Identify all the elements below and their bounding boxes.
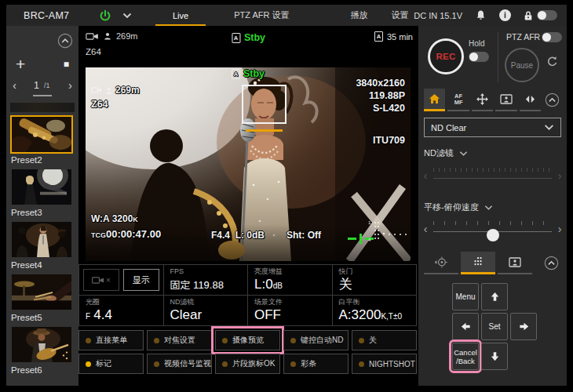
osd-off-button[interactable]: ×: [83, 269, 119, 291]
tab-iris-adjust[interactable]: [520, 89, 541, 111]
app-window: BRC-AM7 Live PTZ AFR 设置 播放 设置 DC IN 15.1…: [6, 5, 567, 386]
refresh-icon[interactable]: [546, 56, 558, 67]
button-camera-preview[interactable]: 摄像预览: [215, 330, 280, 350]
power-icon[interactable]: [99, 9, 111, 22]
led-indicator: [222, 361, 228, 367]
tab-pan-tilt[interactable]: [472, 89, 493, 111]
control-tabbar-bottom: [418, 252, 567, 274]
preset6-thumbnail[interactable]: [10, 325, 73, 364]
info-cell-fps[interactable]: FPS 固定 119.88: [164, 265, 248, 295]
button-nightshot[interactable]: NIGHTSHOT: [352, 354, 417, 374]
right-arrow-icon: [518, 321, 530, 332]
button-video-signal-monitor[interactable]: 视频信号监视: [147, 354, 212, 374]
button-direct-menu[interactable]: 直接菜单: [78, 330, 144, 350]
pause-button[interactable]: Pause: [505, 48, 539, 82]
tab-playback[interactable]: 播放: [350, 9, 367, 21]
menu-dpad: Menu Set Cancel/Back: [452, 283, 567, 370]
button-clip-flag-ok[interactable]: 片段旗标OK: [215, 354, 280, 374]
preset-thumbnail-partial[interactable]: [10, 103, 75, 112]
slider-left-arrow[interactable]: ‹: [420, 223, 431, 234]
osd-resolution: 3840x2160: [356, 77, 405, 89]
preset5-label: Preset5: [11, 313, 78, 322]
main-area: 269m Z64 A Stby A 35 min: [78, 26, 418, 386]
video-monitor[interactable]: A Stby 269m Z64 3840x2160 119.88P S-: [86, 67, 411, 261]
slider-right-arrow[interactable]: ›: [554, 223, 565, 234]
sidebar-collapse-icon[interactable]: [57, 33, 73, 49]
power-input-status: DC IN 15.1V: [414, 11, 462, 20]
tab-menu-keypad[interactable]: [461, 252, 495, 274]
add-preset-button[interactable]: +: [16, 57, 25, 71]
stop-preset-button[interactable]: ■: [64, 59, 69, 70]
button-off[interactable]: 关: [352, 330, 417, 350]
record-controls: REC Hold PTZ AFR Pause: [418, 26, 567, 89]
pan-tilt-speed-slider[interactable]: ‹ ›: [420, 220, 565, 238]
rec-hold-toggle[interactable]: [469, 52, 489, 62]
bell-icon[interactable]: [475, 9, 487, 21]
info-cell-iris[interactable]: 光圈 F 4.4: [79, 296, 163, 325]
slider-thumb[interactable]: [487, 229, 499, 241]
preset4-thumbnail-image: [12, 222, 71, 257]
ptz-afr-label: PTZ AFR: [506, 32, 540, 42]
button-marker[interactable]: 标记: [78, 354, 144, 374]
pan-tilt-icon: [476, 93, 488, 105]
info-cell-shutter[interactable]: 快门 关: [333, 265, 417, 295]
tracking-person-icon: [500, 94, 513, 104]
tab-af-mf[interactable]: AFMF: [447, 89, 469, 111]
led-indicator: [359, 338, 364, 343]
set-button[interactable]: Set: [481, 313, 508, 340]
preset5-thumbnail[interactable]: [10, 273, 73, 311]
osd-record-state: A Stby: [232, 68, 265, 79]
osd-format-stack: 3840x2160 119.88P S-L420: [356, 77, 405, 114]
tab-home[interactable]: [424, 89, 445, 111]
info-cell-gain[interactable]: 亮度增益 L:0dB: [248, 265, 332, 295]
page-next-button[interactable]: ›: [68, 78, 72, 92]
tab-tracking[interactable]: [498, 252, 532, 274]
preset3-thumbnail-image: [12, 169, 71, 205]
led-indicator: [154, 361, 159, 367]
info-cell-scene-file[interactable]: 场景文件 OFF: [248, 296, 332, 325]
button-color-bars[interactable]: 彩条: [283, 354, 349, 374]
nd-filter-select[interactable]: ND Clear: [424, 118, 561, 137]
tab-settings[interactable]: 设置: [391, 9, 408, 21]
preset2-label: Preset2: [11, 155, 78, 165]
slider-left-arrow: ‹: [420, 170, 431, 181]
tab-tracking[interactable]: [495, 89, 516, 111]
rec-button[interactable]: REC: [428, 38, 464, 74]
face-detection-underline: [246, 129, 283, 132]
tab-ptz-afr-settings[interactable]: PTZ AFR 设置: [234, 9, 289, 21]
ptz-afr-toggle[interactable]: [542, 32, 562, 42]
left-button[interactable]: [452, 313, 479, 340]
button-focus-settings[interactable]: 对焦设置: [147, 330, 212, 350]
chevron-down-icon[interactable]: [122, 13, 132, 19]
preset3-thumbnail[interactable]: [10, 168, 73, 206]
slider-right-arrow: ›: [554, 170, 565, 181]
info-cell-nd[interactable]: ND滤镜 Clear: [164, 296, 248, 325]
panel-collapse-icon[interactable]: [541, 252, 561, 274]
preset2-thumbnail[interactable]: [10, 115, 73, 154]
preset4-thumbnail[interactable]: [10, 220, 73, 259]
pager-underline: [33, 95, 52, 96]
cancel-back-button[interactable]: Cancel/Back: [452, 343, 479, 370]
preset4-label: Preset4: [11, 260, 78, 270]
down-button[interactable]: [481, 343, 508, 370]
up-button[interactable]: [481, 283, 508, 310]
tab-joystick[interactable]: [424, 252, 458, 274]
page-prev-button[interactable]: ‹: [13, 78, 16, 92]
monitor-icon: [91, 86, 102, 94]
info-icon[interactable]: i: [499, 9, 511, 21]
panel-collapse-icon[interactable]: [543, 89, 561, 111]
pan-tilt-speed-section[interactable]: 平移-俯仰速度: [424, 201, 561, 213]
nd-slider-section[interactable]: ND滤镜: [424, 147, 561, 159]
led-indicator: [290, 361, 296, 367]
lock-toggle[interactable]: [537, 10, 557, 20]
preset-pager: ‹ 1 /1 ›: [6, 74, 78, 92]
zoom-position: Z64: [86, 47, 101, 56]
button-key-auto-nd[interactable]: 键控自动ND: [283, 330, 349, 350]
info-cell-white-balance[interactable]: 白平衡 A:3200K,T±0: [333, 296, 417, 325]
right-button[interactable]: [510, 313, 537, 340]
display-button[interactable]: 显示: [123, 269, 159, 291]
menu-button[interactable]: Menu: [452, 283, 479, 310]
tab-live[interactable]: Live: [173, 11, 188, 20]
home-icon: [429, 93, 440, 104]
assignable-buttons: 直接菜单 对焦设置 摄像预览 键控自动ND 关 标记 视频信号监视 片段旗标OK…: [78, 330, 417, 374]
